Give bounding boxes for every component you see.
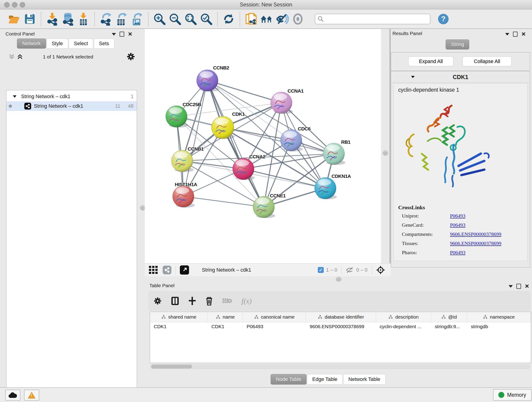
warning-button[interactable] <box>24 390 39 401</box>
window-title: Session: New Session <box>0 2 532 8</box>
memory-button[interactable]: Memory <box>493 389 532 401</box>
table-cell[interactable]: 9606.ENSP00000378699 <box>306 322 376 331</box>
houses-icon[interactable] <box>260 12 273 26</box>
right-splitter-handle[interactable] <box>383 150 388 156</box>
share-network-icon[interactable] <box>163 266 171 274</box>
table-cell[interactable]: P06493 <box>243 322 306 331</box>
search-input[interactable] <box>315 14 431 24</box>
zoom-out-icon[interactable] <box>169 12 181 26</box>
float-panel-icon[interactable] <box>513 32 518 37</box>
network-edge[interactable] <box>207 80 264 207</box>
results-panel-title: Results Panel <box>393 31 422 36</box>
panel-menu-icon[interactable] <box>112 33 116 36</box>
refresh-layout-icon[interactable] <box>222 12 235 26</box>
open-external-icon[interactable] <box>180 265 189 274</box>
column-header-namespace[interactable]: namespace <box>467 312 531 322</box>
delete-column-icon[interactable] <box>205 296 213 306</box>
network-edge[interactable] <box>183 80 207 196</box>
table-cell[interactable]: CDK1 <box>150 322 208 331</box>
network-collection-row[interactable]: String Network – cdk1 1 <box>6 92 137 101</box>
network-canvas[interactable]: CCNB2CCNA1CDC25BCDK1CDC6RB1CCNB1CCNA2CDK… <box>145 29 381 263</box>
tab-sets[interactable]: Sets <box>94 38 114 49</box>
crosslink-value-link[interactable]: 9606.ENSP00000378699 <box>450 240 501 246</box>
column-header-canonical-name[interactable]: canonical name <box>243 312 306 322</box>
table-tabs: Node TableEdge TableNetwork Table <box>271 374 386 385</box>
function-builder-icon[interactable]: f(x) <box>241 297 252 305</box>
export-image-icon[interactable] <box>131 12 143 26</box>
column-header-shared-name[interactable]: shared name <box>150 312 208 322</box>
hidden-eye-icon[interactable] <box>346 267 354 273</box>
crosslinks-title: CrossLinks <box>398 204 527 211</box>
open-file-icon[interactable] <box>8 12 21 26</box>
collection-name: String Network – cdk1 <box>21 94 70 99</box>
import-network-database-icon[interactable] <box>61 12 74 26</box>
tab-edge-table[interactable]: Edge Table <box>307 374 343 385</box>
export-table-icon[interactable] <box>115 12 128 26</box>
network-node-label: HIST1H1A <box>175 182 197 187</box>
close-panel-icon[interactable]: ✕ <box>128 32 133 36</box>
table-splitter-handle[interactable] <box>336 276 341 282</box>
network-options-gear-icon[interactable] <box>127 52 135 61</box>
zoom-selected-icon[interactable] <box>200 12 213 26</box>
selected-checkbox[interactable]: ✓ <box>318 267 324 273</box>
hidden-counts: 0 – 0 <box>356 267 367 273</box>
tab-string[interactable]: String <box>446 39 469 50</box>
close-panel-icon[interactable]: ✕ <box>525 284 529 288</box>
help-icon[interactable]: ? <box>437 12 450 26</box>
table-cell[interactable]: stringdb <box>467 322 531 331</box>
tab-network-table[interactable]: Network Table <box>343 374 386 385</box>
hide-unhide-icon[interactable] <box>276 12 289 26</box>
column-header-description[interactable]: description <box>376 312 431 322</box>
table-cell[interactable]: stringdb:9... <box>431 322 467 331</box>
network-edge[interactable] <box>243 169 325 188</box>
crosslink-value-link[interactable]: 9606.ENSP00000378699 <box>450 231 501 237</box>
network-edge[interactable] <box>207 80 281 103</box>
cloud-button[interactable] <box>5 390 20 401</box>
title-bar: Session: New Session <box>0 0 532 9</box>
column-header-name[interactable]: name <box>208 312 243 322</box>
crosslink-value-link[interactable]: P06493 <box>450 213 465 219</box>
tab-select[interactable]: Select <box>69 38 93 49</box>
float-panel-icon[interactable] <box>516 284 521 289</box>
node-table[interactable]: shared namenamecanonical namedatabase id… <box>150 312 531 363</box>
export-network-icon[interactable] <box>99 12 112 26</box>
table-hscrollbar-thumb[interactable] <box>151 365 192 369</box>
current-network-dot <box>9 104 12 108</box>
tab-node-table[interactable]: Node Table <box>271 374 307 385</box>
table-cell[interactable]: cyclin-dependent ... <box>376 322 431 331</box>
zoom-fit-icon[interactable] <box>184 12 197 26</box>
column-header--id[interactable]: @id <box>431 312 467 322</box>
table-settings-icon[interactable] <box>153 297 162 305</box>
import-network-file-icon[interactable] <box>46 12 59 26</box>
panel-menu-icon[interactable] <box>509 285 513 288</box>
node-count: 11 <box>115 103 120 109</box>
collapse-collection-icon[interactable] <box>12 95 17 98</box>
panel-menu-icon[interactable] <box>505 33 509 36</box>
table-row[interactable]: CDK1CDK1P064939606.ENSP00000378699cyclin… <box>150 322 531 331</box>
close-panel-icon[interactable]: ✕ <box>521 32 526 36</box>
zoom-in-icon[interactable] <box>153 12 166 26</box>
duplicate-network-icon[interactable] <box>245 12 258 26</box>
network-edge[interactable] <box>183 196 264 207</box>
birdseye-grid-icon[interactable] <box>149 266 159 274</box>
crosslink-value-link[interactable]: P06493 <box>450 222 465 228</box>
tab-network[interactable]: Network <box>17 38 46 49</box>
table-hscrollbar[interactable] <box>150 364 530 369</box>
clear-table-icon[interactable] <box>222 298 232 304</box>
tab-style[interactable]: Style <box>46 38 68 49</box>
column-header-database-identifier[interactable]: database identifier <box>306 312 376 322</box>
crosshair-icon[interactable] <box>376 265 385 274</box>
graphics-details-icon[interactable] <box>291 12 304 26</box>
show-columns-icon[interactable] <box>171 296 179 306</box>
network-row[interactable]: String Network – cdk1 11 48 <box>6 101 137 111</box>
import-table-icon[interactable] <box>77 12 90 26</box>
collapse-all-button[interactable]: Collapse All <box>462 56 512 66</box>
table-cell[interactable]: CDK1 <box>208 322 243 331</box>
save-session-icon[interactable] <box>23 12 36 26</box>
crosslink-value-link[interactable]: P06493 <box>450 249 465 255</box>
float-panel-icon[interactable] <box>120 32 124 37</box>
expand-all-button[interactable]: Expand All <box>408 56 453 66</box>
add-column-icon[interactable] <box>188 296 196 306</box>
network-node-label: RB1 <box>341 139 351 145</box>
status-bar: Memory <box>0 387 532 402</box>
